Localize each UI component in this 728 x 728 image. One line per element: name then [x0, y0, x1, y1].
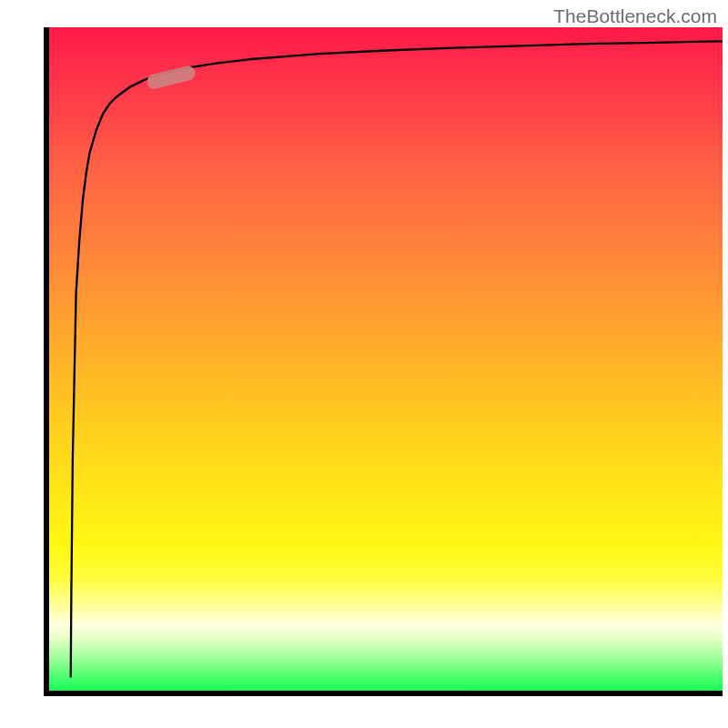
watermark-text: TheBottleneck.com: [553, 5, 717, 27]
chart-container: [5, 5, 723, 723]
curve-marker: [146, 65, 197, 91]
curve-line: [71, 41, 723, 677]
chart-curve-svg: [49, 27, 723, 691]
